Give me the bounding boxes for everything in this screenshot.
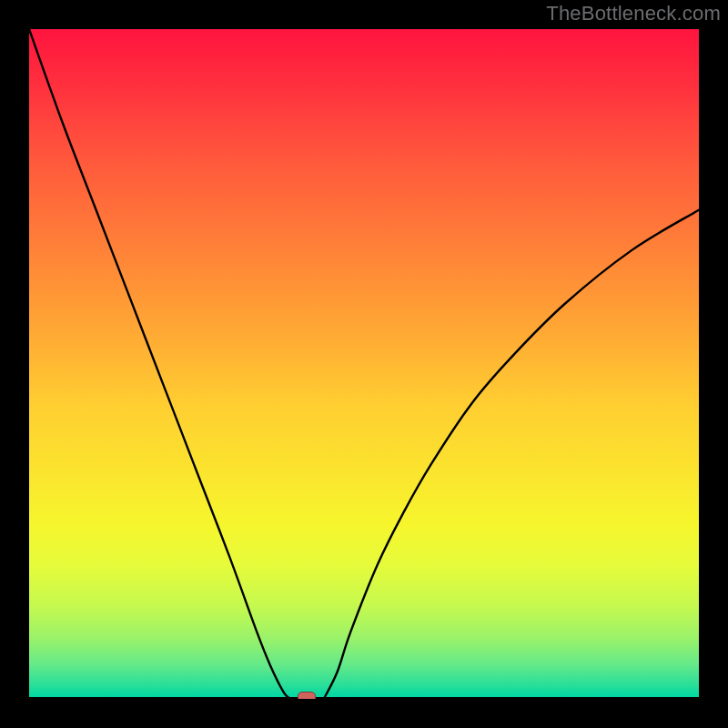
bottleneck-curve (29, 29, 699, 699)
chart-frame: TheBottleneck.com (0, 0, 728, 728)
plot-area (29, 29, 699, 699)
minimum-marker (298, 692, 316, 699)
curve-left-branch (29, 29, 290, 699)
watermark-text: TheBottleneck.com (546, 2, 721, 25)
curve-right-branch (324, 210, 699, 699)
